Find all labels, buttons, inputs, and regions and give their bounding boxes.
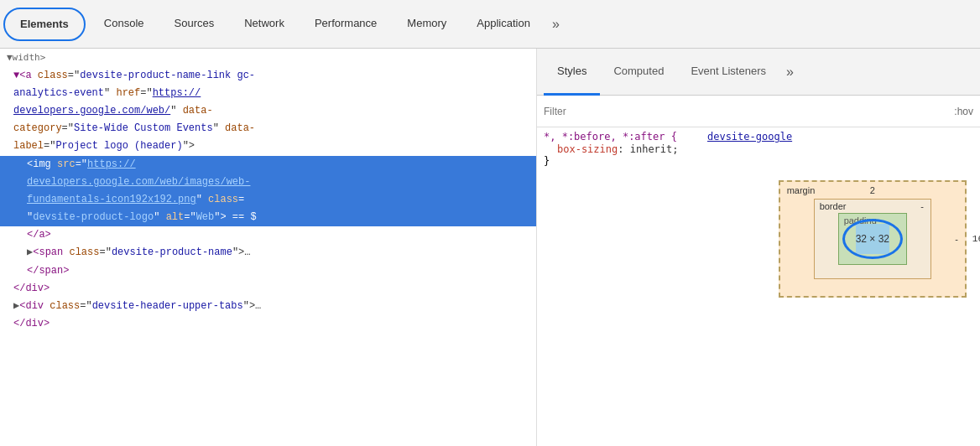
dom-line[interactable]: </span> bbox=[0, 262, 536, 280]
content-box: 32 × 32 bbox=[856, 224, 889, 254]
dom-line-selected[interactable]: fundamentals-icon192x192.png" class= bbox=[0, 191, 536, 209]
tab-elements[interactable]: Elements bbox=[3, 8, 86, 41]
main-content: ▼width> ▼<a class="devsite-product-name-… bbox=[0, 49, 980, 446]
margin-label: margin bbox=[787, 185, 816, 195]
tag-open: ▼<a bbox=[13, 70, 38, 81]
css-rule-close: } bbox=[544, 155, 973, 167]
filter-bar: :hov bbox=[537, 96, 980, 127]
attr-name: category bbox=[13, 122, 62, 134]
content-size: 32 × 32 bbox=[856, 233, 889, 245]
dom-breadcrumb: ▼width> bbox=[0, 49, 536, 67]
margin-top-val: 2 bbox=[870, 185, 875, 195]
filter-input[interactable] bbox=[544, 106, 947, 117]
attr-value-class: devsite-product-logo bbox=[33, 211, 154, 223]
dom-line[interactable]: analytics-event" href="https:// bbox=[0, 85, 536, 102]
tab-memory[interactable]: Memory bbox=[392, 0, 461, 49]
attr-value-cont: analytics-event bbox=[13, 87, 104, 99]
attr-alt-val: Web bbox=[196, 211, 215, 223]
attr-name-class: class bbox=[208, 194, 238, 205]
tab-more-button[interactable]: » bbox=[545, 17, 566, 32]
attr-name: data- bbox=[183, 105, 213, 117]
box-model-container: margin 2 - - border - padding bbox=[779, 180, 967, 298]
attr-value: devsite-product-name-link gc- bbox=[80, 70, 255, 81]
border-label: border bbox=[820, 201, 847, 211]
dom-panel: ▼width> ▼<a class="devsite-product-name-… bbox=[0, 49, 537, 446]
box-model-area: margin 2 - - border - padding bbox=[544, 174, 973, 304]
dom-line-selected[interactable]: developers.google.com/web/images/web- bbox=[0, 174, 536, 191]
sub-tab-bar: Styles Computed Event Listeners » bbox=[537, 49, 980, 96]
dom-line[interactable]: label="Project logo (header)"> bbox=[0, 137, 536, 155]
sub-tab-event-listeners[interactable]: Event Listeners bbox=[677, 49, 779, 96]
attr-val-class3: devsite-header-upper-tabs bbox=[92, 300, 243, 312]
close-tag-div2: </div> bbox=[13, 318, 50, 329]
styles-content: *, *:before, *:after { devsite-google bo… bbox=[537, 127, 980, 446]
border-box: border - padding 32 × 32 bbox=[814, 199, 931, 279]
css-property-line: box-sizing: inherit; bbox=[544, 143, 973, 155]
attr-name-class3: class bbox=[50, 300, 80, 312]
dom-line[interactable]: </a> bbox=[0, 226, 536, 244]
close-tag-div1: </div> bbox=[13, 283, 50, 294]
css-rule-header: *, *:before, *:after { devsite-google bbox=[544, 131, 973, 143]
tag-span: <span bbox=[33, 246, 69, 258]
css-selector: *, *:before, *:after { bbox=[544, 131, 677, 143]
css-source-link[interactable]: devsite-google bbox=[707, 131, 792, 143]
tab-console[interactable]: Console bbox=[89, 0, 159, 49]
tab-application[interactable]: Application bbox=[461, 0, 545, 49]
attr-name: data- bbox=[225, 122, 255, 134]
attr-name: href bbox=[116, 87, 140, 99]
dom-line-selected[interactable]: <img src="https:// bbox=[0, 156, 536, 174]
filter-hover-label[interactable]: :hov bbox=[954, 106, 973, 117]
close-tag-a: </a> bbox=[27, 229, 51, 241]
tag-img: <img bbox=[27, 158, 57, 170]
attr-src-cont: developers.google.com/web/images/web- bbox=[27, 176, 250, 188]
dom-line[interactable]: developers.google.com/web/" data- bbox=[0, 102, 536, 120]
css-prop: box-sizing bbox=[557, 143, 618, 155]
sub-tab-computed[interactable]: Computed bbox=[600, 49, 677, 96]
tab-sources[interactable]: Sources bbox=[159, 0, 230, 49]
sub-tab-styles[interactable]: Styles bbox=[544, 49, 600, 96]
margin-box: margin 2 - - border - padding bbox=[779, 180, 967, 298]
attr-value: Project logo (header) bbox=[55, 140, 182, 152]
tab-network[interactable]: Network bbox=[229, 0, 300, 49]
dom-line[interactable]: ▶<div class="devsite-header-upper-tabs">… bbox=[0, 298, 536, 315]
attr-value: Site-Wide Custom Events bbox=[74, 122, 213, 134]
css-rule: *, *:before, *:after { devsite-google bo… bbox=[544, 131, 973, 167]
padding-box: padding 32 × 32 bbox=[838, 213, 907, 265]
border-value: - bbox=[920, 201, 924, 211]
dom-line[interactable]: ▶<span class="devsite-product-name">… bbox=[0, 244, 536, 262]
sub-tab-more-button[interactable]: » bbox=[779, 65, 800, 80]
dom-line[interactable]: </div> bbox=[0, 315, 536, 333]
close-tag-span: </span> bbox=[27, 265, 69, 277]
attr-name-alt: alt bbox=[166, 211, 185, 223]
attr-name: class bbox=[38, 70, 68, 81]
side-right-val: 16 bbox=[972, 234, 980, 244]
dom-line[interactable]: ▼<a class="devsite-product-name-link gc- bbox=[0, 67, 536, 85]
dom-line[interactable]: category="Site-Wide Custom Events" data- bbox=[0, 120, 536, 137]
attr-link-cont: developers.google.com/web/ bbox=[13, 105, 170, 117]
attr-val-class2: devsite-product-name bbox=[112, 246, 232, 258]
margin-right-val: - bbox=[955, 234, 958, 244]
attr-src-cont2: fundamentals-icon192x192.png bbox=[27, 194, 196, 205]
top-tab-bar: Elements Console Sources Network Perform… bbox=[0, 0, 980, 49]
dom-line-selected[interactable]: "devsite-product-logo" alt="Web"> == $ bbox=[0, 209, 536, 226]
dom-line[interactable]: </div> bbox=[0, 280, 536, 298]
attr-name-class2: class bbox=[69, 246, 99, 258]
attr-name: label bbox=[13, 140, 44, 152]
attr-name-src: src bbox=[57, 158, 76, 170]
attr-link: https:// bbox=[153, 87, 201, 99]
tab-performance[interactable]: Performance bbox=[300, 0, 392, 49]
tag-div2: <div bbox=[19, 300, 50, 312]
attr-link-src: https:// bbox=[87, 158, 136, 170]
css-value: inherit bbox=[630, 143, 673, 155]
right-panel: Styles Computed Event Listeners » :hov *… bbox=[537, 49, 980, 446]
